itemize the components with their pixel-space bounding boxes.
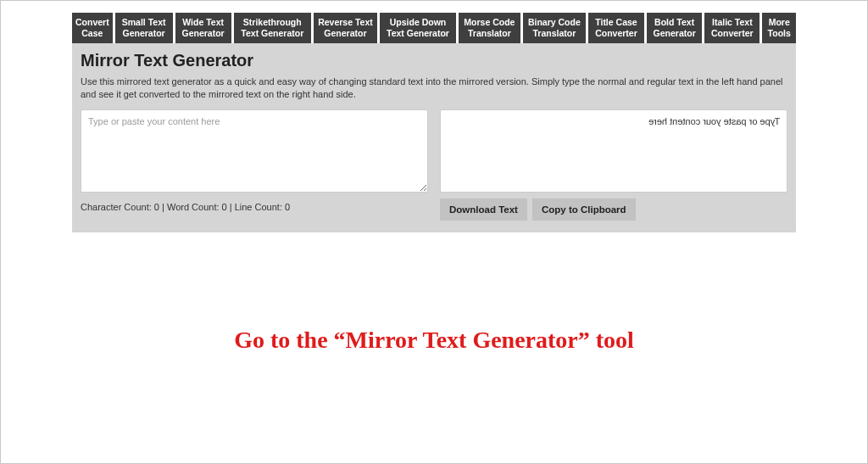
- content-area: Mirror Text Generator Use this mirrored …: [72, 43, 796, 232]
- nav-item-convert-case[interactable]: Convert Case: [72, 13, 113, 43]
- nav-item-morse-code[interactable]: Morse Code Translator: [459, 13, 520, 43]
- stats-line: Character Count: 0 | Word Count: 0 | Lin…: [81, 202, 428, 212]
- text-panes: Character Count: 0 | Word Count: 0 | Lin…: [81, 109, 787, 221]
- word-count-label: Word Count: [167, 202, 217, 212]
- page-container: Convert Case Small Text Generator Wide T…: [1, 1, 867, 232]
- nav-item-bold-text[interactable]: Bold Text Generator: [647, 13, 702, 43]
- instruction-annotation: Go to the “Mirror Text Generator” tool: [1, 327, 867, 354]
- line-count-value: 0: [285, 202, 290, 212]
- word-count-value: 0: [222, 202, 227, 212]
- download-text-button[interactable]: Download Text: [440, 198, 527, 221]
- nav-item-wide-text[interactable]: Wide Text Generator: [175, 13, 231, 43]
- nav-item-small-text[interactable]: Small Text Generator: [115, 13, 173, 43]
- nav-item-more-tools[interactable]: More Tools: [762, 13, 796, 43]
- nav-item-binary-code[interactable]: Binary Code Translator: [523, 13, 586, 43]
- output-mirror-text: Type or paste your content here: [648, 116, 780, 126]
- page-description: Use this mirrored text generator as a qu…: [81, 75, 787, 101]
- nav-item-strikethrough-text[interactable]: Strikethrough Text Generator: [234, 13, 311, 43]
- nav-item-title-case[interactable]: Title Case Converter: [588, 13, 644, 43]
- char-count-value: 0: [154, 202, 159, 212]
- nav-item-reverse-text[interactable]: Reverse Text Generator: [314, 13, 377, 43]
- copy-to-clipboard-button[interactable]: Copy to Clipboard: [532, 198, 636, 221]
- page-title: Mirror Text Generator: [81, 51, 787, 70]
- top-nav: Convert Case Small Text Generator Wide T…: [72, 13, 796, 43]
- nav-item-upside-down-text[interactable]: Upside Down Text Generator: [380, 13, 456, 43]
- nav-item-italic-text[interactable]: Italic Text Converter: [704, 13, 760, 43]
- char-count-label: Character Count: [81, 202, 149, 212]
- line-count-label: Line Count: [235, 202, 280, 212]
- input-textarea[interactable]: [81, 109, 428, 193]
- output-mirror-box: Type or paste your content here: [440, 109, 787, 193]
